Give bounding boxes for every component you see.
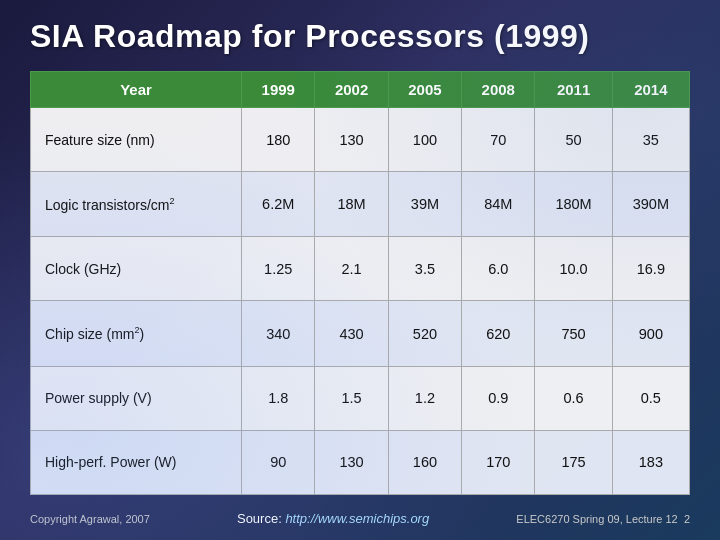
row-cell: 130 — [315, 108, 388, 172]
row-cell: 39M — [388, 172, 461, 237]
table-row: High-perf. Power (W)90130160170175183 — [31, 430, 690, 494]
row-cell: 18M — [315, 172, 388, 237]
row-cell: 180M — [535, 172, 612, 237]
row-cell: 3.5 — [388, 237, 461, 301]
col-header-1999: 1999 — [242, 72, 315, 108]
row-cell: 430 — [315, 301, 388, 366]
row-label: Logic transistors/cm2 — [31, 172, 242, 237]
row-cell: 520 — [388, 301, 461, 366]
table-row: Clock (GHz)1.252.13.56.010.016.9 — [31, 237, 690, 301]
col-header-2014: 2014 — [612, 72, 689, 108]
source-text: Source: http://www.semichips.org — [150, 511, 516, 526]
row-cell: 1.8 — [242, 366, 315, 430]
row-cell: 620 — [462, 301, 535, 366]
col-header-2005: 2005 — [388, 72, 461, 108]
row-cell: 6.2M — [242, 172, 315, 237]
page-wrapper: SIA Roadmap for Processors (1999) Year 1… — [0, 0, 720, 540]
footer-row: Copyright Agrawal, 2007 Source: http://w… — [30, 511, 690, 526]
row-cell: 35 — [612, 108, 689, 172]
row-label: Chip size (mm2) — [31, 301, 242, 366]
row-cell: 16.9 — [612, 237, 689, 301]
col-header-2008: 2008 — [462, 72, 535, 108]
row-cell: 1.5 — [315, 366, 388, 430]
source-url: http://www.semichips.org — [285, 511, 429, 526]
row-cell: 130 — [315, 430, 388, 494]
data-table: Year 1999 2002 2005 2008 2011 2014 Featu… — [30, 71, 690, 495]
row-cell: 390M — [612, 172, 689, 237]
col-header-year: Year — [31, 72, 242, 108]
row-cell: 0.5 — [612, 366, 689, 430]
row-cell: 1.2 — [388, 366, 461, 430]
row-cell: 1.25 — [242, 237, 315, 301]
row-cell: 70 — [462, 108, 535, 172]
row-label: High-perf. Power (W) — [31, 430, 242, 494]
row-cell: 900 — [612, 301, 689, 366]
row-cell: 10.0 — [535, 237, 612, 301]
row-cell: 175 — [535, 430, 612, 494]
row-cell: 183 — [612, 430, 689, 494]
table-row: Logic transistors/cm26.2M18M39M84M180M39… — [31, 172, 690, 237]
row-cell: 170 — [462, 430, 535, 494]
row-cell: 90 — [242, 430, 315, 494]
row-cell: 6.0 — [462, 237, 535, 301]
row-cell: 0.9 — [462, 366, 535, 430]
page-info: ELEC6270 Spring 09, Lecture 12 2 — [516, 513, 690, 525]
row-cell: 2.1 — [315, 237, 388, 301]
table-row: Chip size (mm2)340430520620750900 — [31, 301, 690, 366]
table-header-row: Year 1999 2002 2005 2008 2011 2014 — [31, 72, 690, 108]
copyright-text: Copyright Agrawal, 2007 — [30, 513, 150, 525]
row-cell: 100 — [388, 108, 461, 172]
row-cell: 0.6 — [535, 366, 612, 430]
row-cell: 84M — [462, 172, 535, 237]
row-label: Feature size (nm) — [31, 108, 242, 172]
row-label: Clock (GHz) — [31, 237, 242, 301]
row-cell: 180 — [242, 108, 315, 172]
table-row: Power supply (V)1.81.51.20.90.60.5 — [31, 366, 690, 430]
row-cell: 750 — [535, 301, 612, 366]
row-cell: 50 — [535, 108, 612, 172]
row-cell: 340 — [242, 301, 315, 366]
table-row: Feature size (nm)180130100705035 — [31, 108, 690, 172]
col-header-2011: 2011 — [535, 72, 612, 108]
page-title: SIA Roadmap for Processors (1999) — [30, 18, 690, 55]
col-header-2002: 2002 — [315, 72, 388, 108]
row-cell: 160 — [388, 430, 461, 494]
row-label: Power supply (V) — [31, 366, 242, 430]
